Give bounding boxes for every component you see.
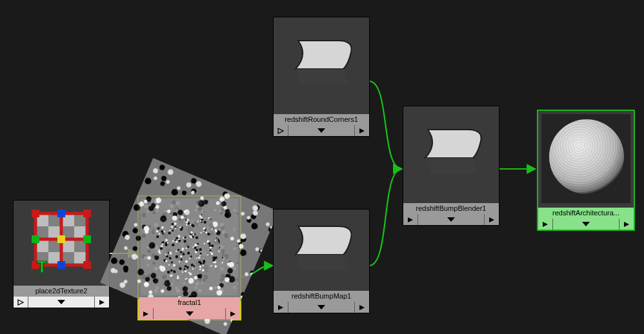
node-redshift-architectural[interactable]: redshiftArchitectura... bbox=[537, 110, 635, 231]
output-port-toggle[interactable] bbox=[619, 219, 634, 230]
sheet-preview bbox=[279, 23, 364, 109]
svg-rect-20 bbox=[57, 235, 65, 243]
fractal-preview bbox=[141, 199, 238, 295]
svg-rect-13 bbox=[83, 210, 91, 217]
svg-rect-12 bbox=[32, 210, 39, 217]
node-label: redshiftBumpMap1 bbox=[274, 291, 369, 302]
place2d-preview: T bbox=[19, 206, 104, 280]
node-label: redshiftRoundCorners1 bbox=[274, 114, 369, 125]
svg-rect-15 bbox=[83, 261, 91, 269]
node-footer bbox=[274, 302, 369, 313]
sheet-preview bbox=[408, 112, 494, 198]
node-fractal[interactable]: fractal1 bbox=[137, 195, 241, 320]
output-port-toggle[interactable] bbox=[95, 297, 109, 308]
expand-footer-button[interactable] bbox=[288, 302, 355, 313]
expand-footer-button[interactable] bbox=[288, 125, 355, 136]
expand-footer-button[interactable] bbox=[154, 308, 226, 319]
output-port-toggle[interactable] bbox=[485, 214, 499, 225]
output-port-toggle[interactable] bbox=[226, 308, 240, 319]
sheet-preview bbox=[279, 215, 364, 286]
input-port-toggle[interactable] bbox=[538, 219, 553, 230]
input-port-toggle[interactable] bbox=[14, 297, 28, 308]
node-label: redshiftBumpBlender1 bbox=[403, 203, 499, 214]
node-redshift-round-corners[interactable]: redshiftRoundCorners1 bbox=[273, 17, 370, 137]
svg-rect-18 bbox=[32, 235, 39, 243]
material-preview bbox=[541, 114, 630, 203]
input-port-toggle[interactable] bbox=[139, 308, 154, 319]
input-port-toggle[interactable] bbox=[403, 214, 418, 225]
output-port-toggle[interactable] bbox=[355, 302, 369, 313]
node-footer bbox=[403, 214, 499, 225]
node-redshift-bump-blender[interactable]: redshiftBumpBlender1 bbox=[403, 106, 499, 226]
node-label: fractal1 bbox=[139, 297, 240, 308]
node-graph-canvas[interactable]: T place2dTexture2 fractal1 bbox=[0, 0, 644, 334]
svg-rect-16 bbox=[57, 210, 65, 217]
expand-footer-button[interactable] bbox=[553, 219, 619, 230]
node-footer bbox=[14, 297, 109, 308]
input-port-toggle[interactable] bbox=[274, 302, 288, 313]
node-redshift-bump-map[interactable]: redshiftBumpMap1 bbox=[273, 209, 370, 313]
svg-rect-17 bbox=[57, 261, 65, 269]
node-label: place2dTexture2 bbox=[14, 286, 109, 297]
input-port-toggle[interactable] bbox=[274, 125, 288, 136]
node-label: redshiftArchitectura... bbox=[538, 208, 634, 219]
node-footer bbox=[538, 219, 634, 230]
svg-rect-19 bbox=[83, 235, 91, 243]
expand-footer-button[interactable] bbox=[418, 214, 485, 225]
node-footer bbox=[139, 308, 240, 319]
expand-footer-button[interactable] bbox=[28, 297, 95, 308]
node-place2dtexture[interactable]: T place2dTexture2 bbox=[13, 200, 110, 308]
svg-text:T: T bbox=[37, 257, 47, 277]
output-port-toggle[interactable] bbox=[355, 125, 369, 136]
node-footer bbox=[274, 125, 369, 136]
